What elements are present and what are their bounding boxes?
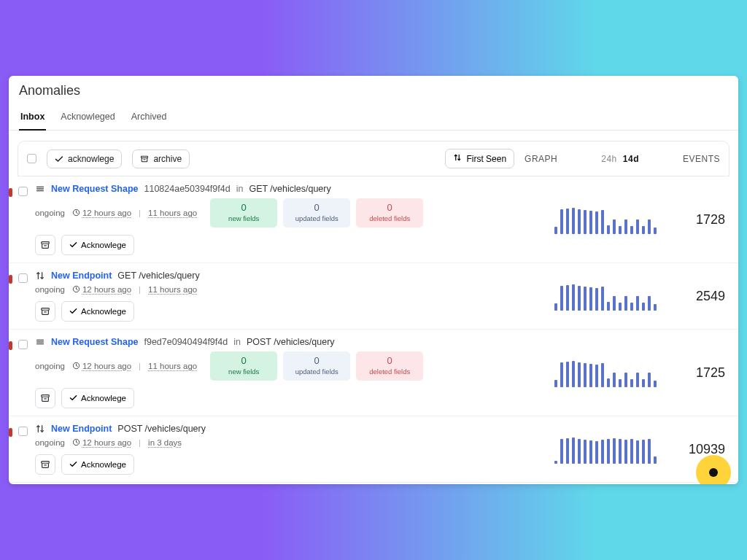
row-acknowledge-button[interactable]: Acknowlege <box>61 301 134 322</box>
row-acknowledge-button[interactable]: Acknowlege <box>61 454 134 475</box>
shape-hash: 110824ae50394f9f4d <box>144 184 230 194</box>
help-chat-button[interactable] <box>696 455 731 484</box>
anomalies-window: Anomalies Inbox Acknowleged Archived ack… <box>9 76 738 484</box>
anomaly-name-link[interactable]: New Request Shape <box>51 184 138 194</box>
status-text: ongoing <box>35 285 65 294</box>
card-upd-value: 0 <box>286 202 347 213</box>
row-checkbox[interactable] <box>18 273 28 283</box>
card-del-value: 0 <box>359 202 420 213</box>
endpoint-text: GET /vehicles/query <box>117 271 199 281</box>
row-archive-button[interactable] <box>35 235 55 255</box>
anomaly-name-link[interactable]: New Endpoint <box>51 271 112 281</box>
last-seen-value: 11 hours ago <box>148 209 197 217</box>
anomaly-row: New EndpointPOST /vehicles/queryongoing1… <box>9 416 738 483</box>
sort-icon <box>453 153 462 164</box>
svg-rect-2 <box>42 242 50 244</box>
endpoint-icon <box>35 271 45 281</box>
anomaly-row: New Request Shape110824ae50394f9f4dinGET… <box>9 176 738 263</box>
anomaly-row: New Request Shapef9ed7e0940494f9f4dinPOS… <box>9 330 738 416</box>
endpoint-text: POST /vehicles/query <box>117 424 206 434</box>
last-seen-value: in 3 days <box>148 438 182 447</box>
endpoint-icon <box>35 424 45 434</box>
tabs: Inbox Acknowleged Archived <box>9 103 738 131</box>
row-checkbox[interactable] <box>18 340 28 349</box>
graph-header: GRAPH <box>525 154 557 164</box>
clock-icon <box>72 362 80 370</box>
time-range[interactable]: 24h14d <box>601 154 639 164</box>
row-checkbox[interactable] <box>18 427 28 436</box>
clock-icon <box>72 209 80 217</box>
severity-indicator <box>9 188 12 197</box>
card-del: 0deleted fields <box>356 351 423 381</box>
last-seen-value: 11 hours ago <box>148 285 197 294</box>
card-new: 0new fields <box>210 351 277 381</box>
status-text: ongoing <box>35 362 65 370</box>
row-body: New EndpointGET /vehicles/queryongoing12… <box>35 271 547 322</box>
card-new-label: new fields <box>213 214 274 222</box>
anomaly-name-link[interactable]: New Request Shape <box>51 337 138 347</box>
endpoint-text: GET /vehicles/query <box>249 184 330 194</box>
range-14d[interactable]: 14d <box>623 154 639 164</box>
clock-icon <box>72 438 80 446</box>
row-archive-button[interactable] <box>35 454 55 475</box>
tab-inbox[interactable]: Inbox <box>19 106 46 131</box>
bulk-acknowledge-button[interactable]: acknowlege <box>47 149 122 168</box>
field-cards: 0new fields0updated fields0deleted field… <box>210 198 423 228</box>
column-headers: GRAPH 24h14d EVENTS <box>525 154 720 164</box>
sort-button[interactable]: First Seen <box>445 149 514 168</box>
bulk-archive-label: archive <box>153 154 182 164</box>
row-acknowledge-label: Acknowlege <box>81 460 126 469</box>
severity-indicator <box>9 341 12 350</box>
check-icon <box>69 460 77 470</box>
svg-rect-4 <box>42 308 50 311</box>
events-count: 2549 <box>664 271 729 322</box>
row-acknowledge-label: Acknowlege <box>81 241 126 249</box>
anomaly-row: New EndpointGET /vehicles/queryongoing12… <box>9 263 738 330</box>
card-del-value: 0 <box>359 355 420 366</box>
row-archive-button[interactable] <box>35 301 55 322</box>
check-icon <box>69 394 77 403</box>
row-body: New Request Shapef9ed7e0940494f9f4dinPOS… <box>35 337 547 408</box>
card-upd-value: 0 <box>286 355 347 366</box>
row-body: New Request Shape110824ae50394f9f4dinGET… <box>35 184 547 255</box>
anomaly-name-link[interactable]: New Endpoint <box>51 424 112 434</box>
card-new-value: 0 <box>213 202 274 213</box>
shape-icon <box>35 184 45 194</box>
card-upd-label: updated fields <box>286 214 347 222</box>
card-upd-label: updated fields <box>286 368 347 376</box>
check-icon <box>55 155 63 163</box>
svg-rect-8 <box>42 462 50 464</box>
status-text: ongoing <box>35 209 65 217</box>
page-title: Anomalies <box>9 76 738 103</box>
events-count: 1728 <box>664 184 729 255</box>
row-acknowledge-label: Acknowlege <box>81 307 126 316</box>
tab-archived[interactable]: Archived <box>130 106 169 130</box>
card-new: 0new fields <box>210 198 277 228</box>
row-archive-button[interactable] <box>35 388 55 408</box>
card-new-label: new fields <box>213 368 274 376</box>
bulk-acknowledge-label: acknowlege <box>68 154 114 164</box>
row-acknowledge-label: Acknowlege <box>81 394 126 402</box>
row-acknowledge-button[interactable]: Acknowlege <box>61 388 134 408</box>
anomaly-list: New Request Shape110824ae50394f9f4dinGET… <box>9 176 738 483</box>
select-all-checkbox[interactable] <box>27 154 36 163</box>
tab-acknowledged[interactable]: Acknowleged <box>59 106 116 130</box>
card-del: 0deleted fields <box>356 198 423 228</box>
first-seen: 12 hours ago <box>72 209 131 217</box>
first-seen: 12 hours ago <box>72 438 131 447</box>
row-checkbox[interactable] <box>18 187 28 196</box>
card-upd: 0updated fields <box>283 351 350 381</box>
range-24h[interactable]: 24h <box>601 154 617 164</box>
row-acknowledge-button[interactable]: Acknowlege <box>61 235 134 255</box>
in-word: in <box>233 337 241 347</box>
last-seen-value: 11 hours ago <box>148 362 197 370</box>
sparkline <box>547 337 664 408</box>
shape-icon <box>35 337 45 347</box>
events-header: EVENTS <box>683 154 720 164</box>
bulk-archive-button[interactable]: archive <box>132 149 190 168</box>
sort-label: First Seen <box>466 154 506 164</box>
sparkline <box>547 424 664 475</box>
row-body: New EndpointPOST /vehicles/queryongoing1… <box>35 424 547 475</box>
check-icon <box>69 241 77 250</box>
archive-icon <box>140 155 149 163</box>
